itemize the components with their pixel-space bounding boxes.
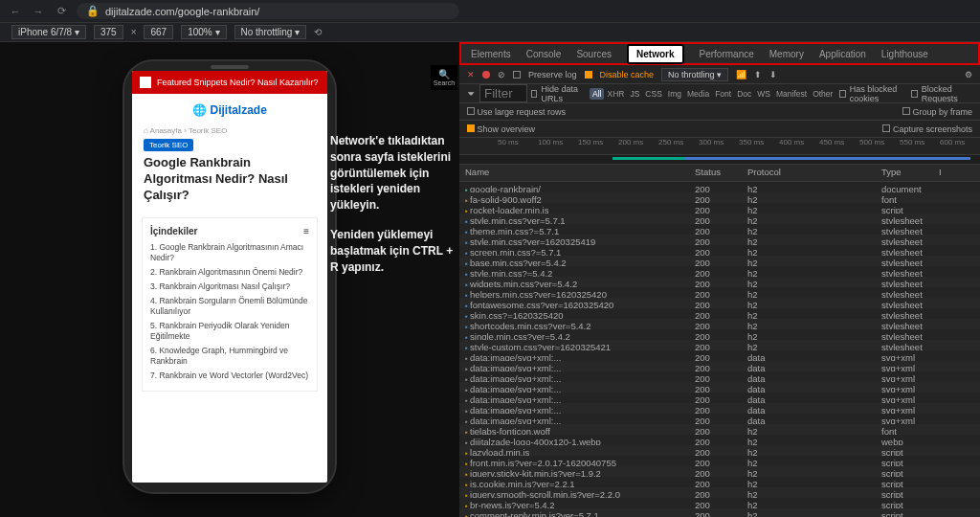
table-row[interactable]: widgets.min.css?ver=5.4.2200h2stylesheet	[459, 277, 980, 287]
tab-application[interactable]: Application	[819, 49, 866, 59]
table-row[interactable]: skin.css?=1620325420200h2stylesheet	[459, 308, 980, 319]
tab-lighthouse[interactable]: Lighthouse	[881, 49, 928, 59]
table-row[interactable]: data:image/svg+xml;...200datasvg+xml	[459, 414, 980, 424]
table-row[interactable]: theme.min.css?=5.7.1200h2stylesheet	[459, 224, 980, 235]
zoom-select[interactable]: 100% ▾	[181, 25, 226, 39]
show-overview-checkbox[interactable]	[467, 124, 475, 132]
hide-data-urls-checkbox[interactable]	[531, 90, 537, 98]
col-initiator[interactable]: I	[933, 165, 980, 181]
width-input[interactable]: 375	[94, 25, 123, 39]
table-row[interactable]: jquery.smooth-scroll.min.js?ver=2.2.0200…	[459, 487, 980, 498]
timeline-ruler[interactable]: 50 ms100 ms150 ms200 ms250 ms300 ms350 m…	[459, 138, 980, 155]
height-input[interactable]: 667	[144, 25, 173, 39]
blocked-req-checkbox[interactable]	[911, 90, 917, 98]
table-row[interactable]: dijitalzade-logo-400x120-1.webp200h2webp	[459, 435, 980, 445]
col-type[interactable]: Type	[876, 165, 933, 181]
table-row[interactable]: style.min.css?=5.4.2200h2stylesheet	[459, 266, 980, 277]
waterfall-overview[interactable]	[459, 155, 980, 165]
wifi-icon[interactable]: 📶	[736, 70, 746, 79]
filter-type-ws[interactable]: WS	[754, 88, 773, 100]
preserve-log-checkbox[interactable]	[513, 71, 521, 79]
toc-toggle-icon[interactable]: ≡	[303, 226, 309, 236]
table-row[interactable]: data:image/svg+xml;...200datasvg+xml	[459, 371, 980, 382]
featured-banner[interactable]: Featured Snippets Nedir? Nasıl Kazanılır…	[132, 71, 327, 94]
tab-performance[interactable]: Performance	[700, 49, 754, 59]
table-row[interactable]: data:image/svg+xml;...200datasvg+xml	[459, 393, 980, 403]
search-button[interactable]: 🔍Search	[431, 65, 457, 90]
toc-item[interactable]: 7. Rankbrain ve Word Vectorler (Word2Vec…	[150, 369, 309, 383]
funnel-icon[interactable]: ⏷	[467, 89, 476, 99]
table-row[interactable]: data:image/svg+xml;...200datasvg+xml	[459, 403, 980, 414]
table-row[interactable]: base.min.css?ver=5.4.2200h2stylesheet	[459, 256, 980, 266]
table-row[interactable]: br-news.js?ver=5.4.2200h2script	[459, 498, 980, 508]
table-row[interactable]: front.min.js?ver=2.0.17-1620040755200h2s…	[459, 456, 980, 466]
toc-item[interactable]: 5. Rankbrain Periyodik Olarak Yeniden Eğ…	[150, 319, 309, 344]
table-row[interactable]: style.min.css?ver=1620325419200h2stylesh…	[459, 235, 980, 245]
table-row[interactable]: fa-solid-900.woff2200h2font	[459, 192, 980, 203]
tab-network[interactable]: Network	[627, 44, 683, 64]
reload-icon[interactable]: ⟳	[54, 4, 69, 19]
table-row[interactable]: data:image/svg+xml;...200datasvg+xml	[459, 361, 980, 371]
table-row[interactable]: comment-reply.min.js?ver=5.7.1200h2scrip…	[459, 508, 980, 517]
throttle-select[interactable]: No throttling ▾	[234, 25, 307, 39]
tab-sources[interactable]: Sources	[576, 49, 612, 59]
filter-type-all[interactable]: All	[590, 88, 604, 100]
blocked-cookies-checkbox[interactable]	[839, 90, 845, 98]
tab-console[interactable]: Console	[526, 49, 562, 59]
table-row[interactable]: fontawesome.css?ver=1620325420200h2style…	[459, 298, 980, 308]
filter-type-xhr[interactable]: XHR	[604, 88, 627, 100]
net-throttle-select[interactable]: No throttling ▾	[661, 68, 728, 81]
table-row[interactable]: single.min.css?ver=5.4.2200h2stylesheet	[459, 329, 980, 340]
table-row[interactable]: data:image/svg+xml;...200datasvg+xml	[459, 350, 980, 361]
table-row[interactable]: style-custom.css?ver=1620325421200h2styl…	[459, 340, 980, 350]
filter-input[interactable]	[479, 84, 527, 102]
group-frame-checkbox[interactable]	[902, 107, 910, 115]
close-icon[interactable]: ✕	[467, 70, 475, 79]
table-row[interactable]: google-rankbrain/200h2document	[459, 182, 980, 192]
filter-type-media[interactable]: Media	[684, 88, 712, 100]
screenshots-checkbox[interactable]	[882, 124, 890, 132]
toc-item[interactable]: 6. Knowledge Graph, Hummingbird ve Rankb…	[150, 344, 309, 369]
toc-item[interactable]: 2. Rankbrain Algoritmasının Önemi Nedir?	[150, 265, 309, 280]
filter-type-doc[interactable]: Doc	[734, 88, 754, 100]
table-row[interactable]: data:image/svg+xml;...200datasvg+xml	[459, 382, 980, 393]
col-status[interactable]: Status	[689, 165, 742, 181]
breadcrumb[interactable]: ⌂ Anasayfa › Teorik SEO	[132, 123, 327, 139]
table-row[interactable]: shortcodes.min.css?ver=5.4.2200h2stylesh…	[459, 319, 980, 329]
device-select[interactable]: iPhone 6/7/8 ▾	[11, 25, 86, 39]
rotate-icon[interactable]: ⟲	[314, 27, 322, 37]
table-row[interactable]: helpers.min.css?ver=1620325420200h2style…	[459, 287, 980, 298]
filter-type-other[interactable]: Other	[810, 88, 835, 100]
table-row[interactable]: jquery.sticky-kit.min.js?ver=1.9.2200h2s…	[459, 466, 980, 477]
filter-type-js[interactable]: JS	[627, 88, 642, 100]
toc-item[interactable]: 1. Google Rankbrain Algoritmasının Amacı…	[150, 240, 309, 265]
forward-icon[interactable]: →	[31, 4, 46, 19]
record-icon[interactable]	[482, 71, 490, 79]
disable-cache-checkbox[interactable]	[585, 71, 592, 79]
col-name[interactable]: Name	[459, 165, 689, 181]
category-tag[interactable]: Teorik SEO	[144, 139, 193, 151]
settings-icon[interactable]: ⚙	[965, 70, 972, 79]
table-row[interactable]: tielabs-fonticon.woff200h2font	[459, 424, 980, 435]
download-icon[interactable]: ⬇	[769, 70, 777, 79]
large-rows-checkbox[interactable]	[467, 107, 475, 115]
filter-type-css[interactable]: CSS	[642, 88, 664, 100]
back-icon[interactable]: ←	[8, 4, 23, 19]
toc-item[interactable]: 3. Rankbrain Algoritması Nasıl Çalışır?	[150, 280, 309, 294]
site-logo[interactable]: 🌐 Dijitalzade	[132, 94, 327, 123]
filter-type-img[interactable]: Img	[665, 88, 684, 100]
filter-type-font[interactable]: Font	[712, 88, 734, 100]
table-row[interactable]: style.min.css?ver=5.7.1200h2stylesheet	[459, 214, 980, 224]
upload-icon[interactable]: ⬆	[754, 70, 762, 79]
url-bar[interactable]: 🔒 dijitalzade.com/google-rankbrain/	[77, 3, 459, 19]
table-row[interactable]: lazyload.min.js200h2script	[459, 445, 980, 456]
toc-item[interactable]: 4. Rankbrain Sorguların Önemli Bölümünde…	[150, 294, 309, 319]
col-protocol[interactable]: Protocol	[742, 165, 876, 181]
table-row[interactable]: js.cookie.min.js?ver=2.2.1200h2script	[459, 477, 980, 487]
close-icon[interactable]	[140, 77, 151, 88]
clear-icon[interactable]: ⊘	[498, 70, 505, 79]
table-row[interactable]: screen.min.css?=5.7.1200h2stylesheet	[459, 245, 980, 256]
tab-memory[interactable]: Memory	[769, 49, 804, 59]
table-row[interactable]: rocket-loader.min.js200h2script	[459, 203, 980, 214]
tab-elements[interactable]: Elements	[471, 49, 511, 59]
